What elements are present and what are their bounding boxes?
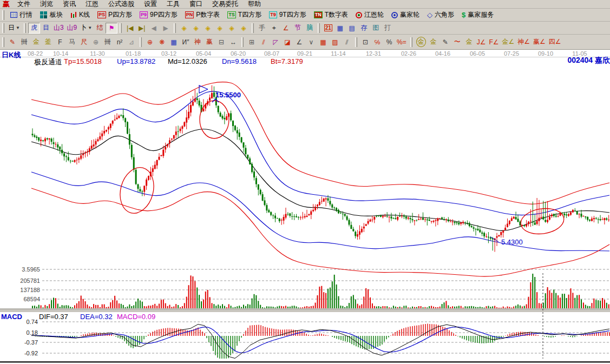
wave-box-icon[interactable]: 〜: [451, 37, 463, 48]
starburst-icon[interactable]: ❋: [156, 37, 168, 48]
j-angle-icon[interactable]: J∠: [475, 37, 488, 48]
market-quotes-button[interactable]: 行情: [6, 9, 36, 21]
tally-icon[interactable]: 卌: [18, 37, 30, 48]
width-arrows-icon[interactable]: ↔: [227, 37, 239, 48]
brush-tally-icon[interactable]: 尺: [78, 37, 90, 48]
9t-square-icon: T9: [269, 11, 277, 18]
grid-diagonal-icon[interactable]: ▨: [329, 37, 341, 48]
gann-circle-icon[interactable]: ⊕: [90, 37, 102, 48]
percent-eq-icon[interactable]: %=: [395, 37, 408, 48]
gold-lines-icon[interactable]: 金: [428, 37, 440, 48]
f-tally-icon[interactable]: F: [54, 37, 66, 48]
ruler-123-icon[interactable]: ⊟: [215, 37, 227, 48]
trend-angles-icon[interactable]: ∠: [293, 37, 305, 48]
calendar-icon[interactable]: 21: [322, 23, 334, 34]
diamond-right-icon[interactable]: ◈: [190, 23, 202, 34]
p-number-table-button[interactable]: PNP数字表: [181, 9, 224, 21]
menu-item-5[interactable]: 设置: [139, 0, 162, 9]
gann-wheel-button[interactable]: 江恩轮: [352, 9, 388, 21]
menu-item-1[interactable]: 浏览: [35, 0, 58, 9]
prev-bar-icon[interactable]: ◀: [148, 23, 160, 34]
diamond-down-icon[interactable]: ◈: [226, 23, 238, 34]
wave-mark-icon[interactable]: И″: [180, 37, 192, 48]
diamond-both-icon[interactable]: ◈: [202, 23, 214, 34]
winner-service-button[interactable]: $赢家服务: [458, 9, 497, 21]
chart-area[interactable]: 08-2210-1411-3001-1803-1205-0406-2008-07…: [0, 50, 610, 364]
diamond-up-icon[interactable]: ◈: [214, 23, 226, 34]
fan-lines-icon[interactable]: ⫽: [258, 37, 270, 48]
winner-wheel-button[interactable]: 赢家轮: [388, 9, 423, 21]
flag-icon[interactable]: ⚑: [106, 23, 117, 34]
menu-item-8[interactable]: 交易委托: [207, 0, 243, 9]
tiger-icon[interactable]: 虎: [28, 23, 40, 34]
shen-angle-icon[interactable]: 神∠: [516, 37, 532, 48]
box-tool-icon[interactable]: ⊞: [246, 37, 258, 48]
shen-tally-icon[interactable]: 神: [192, 37, 204, 48]
9p-square-button[interactable]: P99P四方形: [136, 9, 181, 21]
win-angle-icon[interactable]: 赢∠: [532, 37, 547, 48]
win-tally-icon[interactable]: 赢: [204, 37, 215, 48]
shen-angle-icon-glyph: 神∠: [517, 37, 530, 47]
menu-item-9[interactable]: 帮助: [243, 0, 266, 9]
t-number-table-button[interactable]: TNT数字表: [310, 9, 352, 21]
menu-item-6[interactable]: 工具: [162, 0, 185, 9]
period-day-selector-dropdown-arrow[interactable]: ▼: [16, 25, 20, 30]
wave3-icon[interactable]: 山3: [52, 23, 65, 34]
menu-item-3[interactable]: 江恩: [81, 0, 103, 9]
menu-item-7[interactable]: 窗口: [185, 0, 207, 9]
print-icon[interactable]: 打: [382, 23, 393, 34]
sectors-button[interactable]: 板块: [36, 9, 67, 21]
slant-lines-icon[interactable]: ⫽: [341, 37, 353, 48]
brush-icon[interactable]: ✎: [6, 37, 18, 48]
matrix-icon[interactable]: ▦: [334, 23, 346, 34]
v-dotted-icon[interactable]: ∨: [305, 37, 317, 48]
gold-underline-icon[interactable]: 金: [463, 37, 475, 48]
n2-icon[interactable]: n²: [114, 37, 126, 48]
knot-icon[interactable]: 结: [94, 23, 106, 34]
menu-item-0[interactable]: 文件: [12, 0, 35, 9]
kline-button[interactable]: K线: [67, 9, 94, 21]
export-image-icon[interactable]: 图: [370, 23, 382, 34]
gold-circle-icon[interactable]: 金: [415, 37, 428, 48]
hexagon-button[interactable]: ◇六角形: [423, 9, 458, 21]
four-angle-icon[interactable]: 四∠: [547, 37, 563, 48]
spiral-icon[interactable]: 马: [66, 37, 78, 48]
levels-icon[interactable]: ⊡: [359, 37, 371, 48]
gann-shape-icon[interactable]: 节: [292, 23, 304, 34]
angle-tool-icon[interactable]: ∠: [280, 23, 292, 34]
hand-tool-icon[interactable]: 手: [256, 23, 268, 34]
gold-tally2-icon[interactable]: 釜: [42, 37, 54, 48]
memo-icon[interactable]: 目: [40, 23, 52, 34]
save-icon[interactable]: 存: [358, 23, 370, 34]
9t-square-button[interactable]: T99T四方形: [265, 9, 310, 21]
p-square-button[interactable]: PSP四方形: [94, 9, 136, 21]
jump-last-icon[interactable]: ▶|: [136, 23, 148, 34]
f-angle-icon[interactable]: F∠: [487, 37, 500, 48]
gold-angle-icon[interactable]: 金∠: [501, 37, 516, 48]
web-grid-icon[interactable]: ▦: [168, 37, 180, 48]
diamond-all-icon[interactable]: ◈: [238, 23, 250, 34]
period-day-selector[interactable]: 日▼: [6, 23, 22, 34]
next-bar-icon[interactable]: ▶: [160, 23, 172, 34]
wave9-icon[interactable]: 山9: [65, 23, 79, 34]
gold-tally-icon[interactable]: 金: [30, 37, 42, 48]
t-square-button[interactable]: TST四方形: [224, 9, 265, 21]
red-grid-icon[interactable]: ▦: [317, 37, 329, 48]
percent-retrace-icon[interactable]: ℅: [371, 37, 383, 48]
notes-icon[interactable]: ▤: [346, 23, 358, 34]
tally2-icon[interactable]: 卌: [102, 37, 114, 48]
fan-box-icon[interactable]: ◸: [270, 37, 281, 48]
ink-brush-icon[interactable]: ✎: [440, 37, 451, 48]
target-icon[interactable]: ⊕: [144, 37, 156, 48]
jump-first-icon[interactable]: |◀: [124, 23, 136, 34]
menu-item-4[interactable]: 公式选股: [103, 0, 139, 9]
percent-icon[interactable]: %: [383, 37, 395, 48]
brain-icon[interactable]: 脑: [304, 23, 316, 34]
diamond-left-icon[interactable]: ◈: [178, 23, 190, 34]
menu-item-2[interactable]: 资讯: [58, 0, 81, 9]
candle-type-selector-dropdown-arrow[interactable]: ▼: [88, 25, 92, 30]
candle-type-selector[interactable]: 卜▼: [78, 23, 94, 34]
box-fan-icon[interactable]: ◪: [281, 37, 293, 48]
pennant-icon[interactable]: ⊿: [126, 37, 137, 48]
crosshair-icon[interactable]: ＋: [268, 23, 280, 34]
